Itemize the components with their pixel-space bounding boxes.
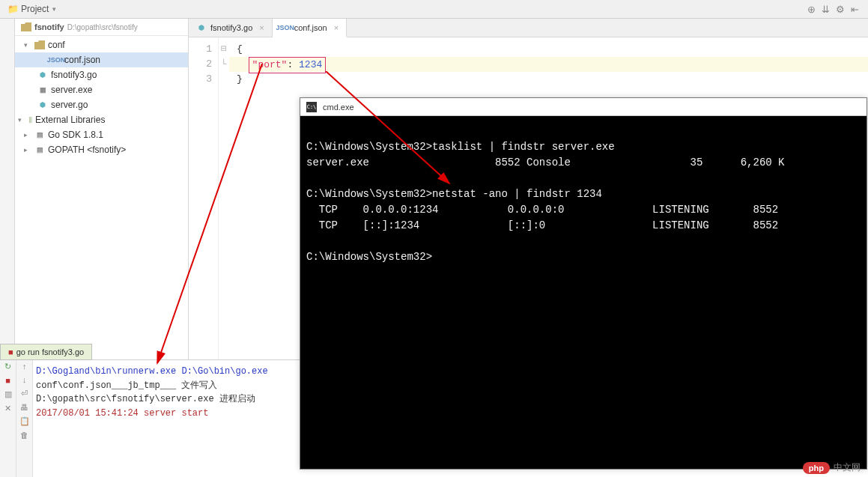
terminal-titlebar[interactable]: C:\ cmd.exe — [300, 98, 867, 116]
tree-label: fsnotify3.go — [51, 70, 97, 80]
code-brace: } — [237, 73, 243, 85]
tree-go-sdk[interactable]: ▸ ▤ Go SDK 1.8.1 — [15, 127, 188, 142]
console-line: conf\conf.json___jb_tmp___ 文件写入 — [36, 379, 297, 393]
tree-file-fsnotify3-go[interactable]: ⬢ fsnotify3.go — [15, 67, 188, 82]
sdk-icon: ▤ — [34, 130, 45, 140]
terminal-body[interactable]: C:\Windows\System32>tasklist | findstr s… — [300, 116, 867, 469]
pin-icon[interactable]: ✕ — [4, 404, 11, 413]
chevron-down-icon: ▾ — [18, 116, 25, 124]
run-toolbar-right: ↑ ↓ ⏎ 🖶 📋 🗑 — [16, 360, 33, 477]
run-tab[interactable]: ■ go run fsnotify3.go — [0, 344, 92, 360]
export-icon[interactable]: 📋 — [19, 416, 30, 426]
tab-label: conf.json — [294, 23, 327, 32]
chevron-down-icon: ▼ — [51, 6, 57, 13]
down-icon[interactable]: ↓ — [22, 375, 27, 384]
rerun-icon[interactable]: ↻ — [4, 362, 11, 371]
tree-label: External Libraries — [35, 115, 105, 125]
up-icon[interactable]: ↑ — [22, 362, 27, 371]
target-icon[interactable]: ⊕ — [807, 4, 816, 15]
tree-label: server.go — [51, 100, 88, 110]
chevron-right-icon: ▸ — [24, 146, 31, 154]
tab-fsnotify3-go[interactable]: ⬢ fsnotify3.go × — [189, 19, 273, 37]
project-name: fsnotify — [34, 22, 64, 31]
chevron-right-icon: ▸ — [24, 131, 31, 139]
left-gutter — [0, 19, 15, 359]
tree-file-server-exe[interactable]: ▦ server.exe — [15, 82, 188, 97]
json-icon: JSON — [51, 55, 61, 65]
run-panel: ■ go run fsnotify3.go ↻ ■ ▥ ✕ ↑ ↓ ⏎ 🖶 📋 … — [0, 359, 300, 477]
tab-label: fsnotify3.go — [210, 23, 252, 32]
hide-icon[interactable]: ⇤ — [851, 4, 859, 15]
tab-conf-json[interactable]: JSON conf.json × — [273, 19, 347, 37]
fold-icon[interactable]: ⊟ — [219, 42, 229, 57]
stop-icon: ■ — [8, 347, 13, 356]
project-tree: ▾ conf JSON conf.json ⬢ fsnotify3.go ▦ s… — [15, 36, 188, 159]
close-icon[interactable]: × — [334, 23, 339, 32]
tree-label: conf.json — [64, 55, 100, 65]
folder-icon: 📁 — [7, 4, 19, 14]
folder-icon — [21, 22, 31, 31]
collapse-icon[interactable]: ⇊ — [822, 4, 830, 15]
php-badge: php — [803, 462, 830, 474]
line-number: 3 — [189, 72, 212, 87]
watermark-text: 中文网 — [834, 461, 861, 474]
tree-label: Go SDK 1.8.1 — [48, 130, 103, 140]
library-icon: ⫴ — [28, 115, 32, 125]
json-key: "port" — [252, 59, 288, 70]
folder-icon — [34, 40, 45, 49]
top-toolbar: 📁 Project ▼ ⊕ ⇊ ⚙ ⇤ — [0, 0, 868, 19]
close-icon[interactable]: × — [259, 23, 264, 32]
go-icon: ⬢ — [37, 70, 48, 80]
wrap-icon[interactable]: ⏎ — [21, 389, 28, 398]
print-icon[interactable]: 🖶 — [20, 403, 28, 412]
tree-label: conf — [48, 40, 65, 50]
line-number: 1 — [189, 42, 212, 57]
tree-folder-conf[interactable]: ▾ conf — [15, 37, 188, 52]
breadcrumb[interactable]: fsnotify D:\gopath\src\fsnotify — [15, 19, 188, 36]
trash-icon[interactable]: 🗑 — [20, 431, 28, 440]
gear-icon[interactable]: ⚙ — [836, 4, 845, 15]
line-number: 2 — [189, 57, 212, 72]
run-toolbar-left: ↻ ■ ▥ ✕ — [0, 360, 16, 477]
tree-label: GOPATH <fsnotify> — [48, 145, 126, 155]
tree-file-conf-json[interactable]: JSON conf.json — [15, 52, 188, 67]
fold-gutter: ⊟ └ — [219, 37, 229, 359]
lib-icon: ▤ — [34, 145, 45, 155]
fold-end-icon: └ — [219, 57, 229, 72]
run-tab-label: go run fsnotify3.go — [16, 347, 85, 356]
project-panel: fsnotify D:\gopath\src\fsnotify ▾ conf J… — [15, 19, 189, 359]
code-brace: { — [237, 43, 243, 55]
json-value: 1234 — [299, 59, 322, 70]
console-line: 2017/08/01 15:41:24 server start — [36, 407, 297, 421]
terminal-window: C:\ cmd.exe C:\Windows\System32>tasklist… — [300, 97, 867, 470]
json-colon: : — [287, 59, 299, 70]
console-line: D:\Gogland\bin\runnerw.exe D:\Go\bin\go.… — [36, 365, 297, 379]
stop-button[interactable]: ■ — [5, 376, 10, 385]
chevron-down-icon: ▾ — [24, 41, 31, 49]
tree-external-libraries[interactable]: ▾ ⫴ External Libraries — [15, 112, 188, 127]
editor-tabs: ⬢ fsnotify3.go × JSON conf.json × — [189, 19, 868, 37]
exe-icon: ▦ — [37, 85, 48, 95]
tree-label: server.exe — [51, 85, 92, 95]
go-icon: ⬢ — [196, 22, 207, 33]
tree-gopath[interactable]: ▸ ▤ GOPATH <fsnotify> — [15, 142, 188, 157]
cmd-icon: C:\ — [306, 102, 317, 112]
project-dropdown-label: Project — [21, 4, 49, 14]
watermark: php 中文网 — [803, 461, 861, 474]
project-dropdown[interactable]: 📁 Project ▼ — [3, 2, 61, 16]
layout-icon[interactable]: ▥ — [4, 389, 12, 399]
terminal-title-label: cmd.exe — [323, 103, 354, 112]
project-path: D:\gopath\src\fsnotify — [67, 23, 138, 31]
tree-file-server-go[interactable]: ⬢ server.go — [15, 97, 188, 112]
console-output[interactable]: D:\Gogland\bin\runnerw.exe D:\Go\bin\go.… — [33, 360, 300, 477]
json-icon: JSON — [280, 22, 291, 33]
line-numbers: 1 2 3 — [189, 37, 219, 359]
go-icon: ⬢ — [37, 100, 48, 110]
console-line: D:\gopath\src\fsnotify\server.exe 进程启动 — [36, 392, 297, 407]
